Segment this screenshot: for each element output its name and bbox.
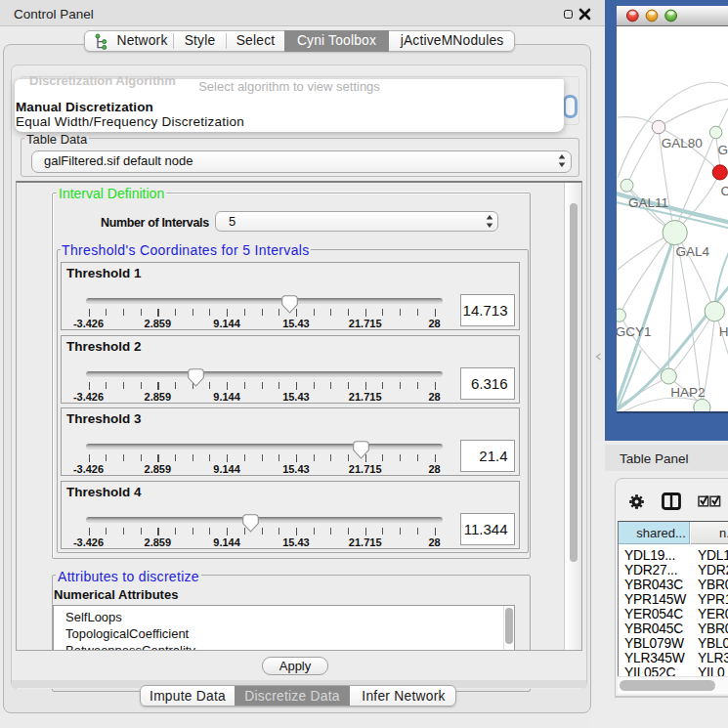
- svg-text:GAL4: GAL4: [676, 244, 710, 259]
- svg-text:GAL80: GAL80: [662, 136, 703, 150]
- svg-text:HAP2: HAP2: [670, 385, 705, 400]
- svg-text:GCY1: GCY1: [617, 324, 651, 339]
- svg-text:C...: C...: [720, 184, 728, 198]
- svg-text:G...: G...: [718, 143, 728, 157]
- svg-text:H: H: [719, 324, 728, 339]
- svg-text:GAL11: GAL11: [628, 195, 668, 210]
